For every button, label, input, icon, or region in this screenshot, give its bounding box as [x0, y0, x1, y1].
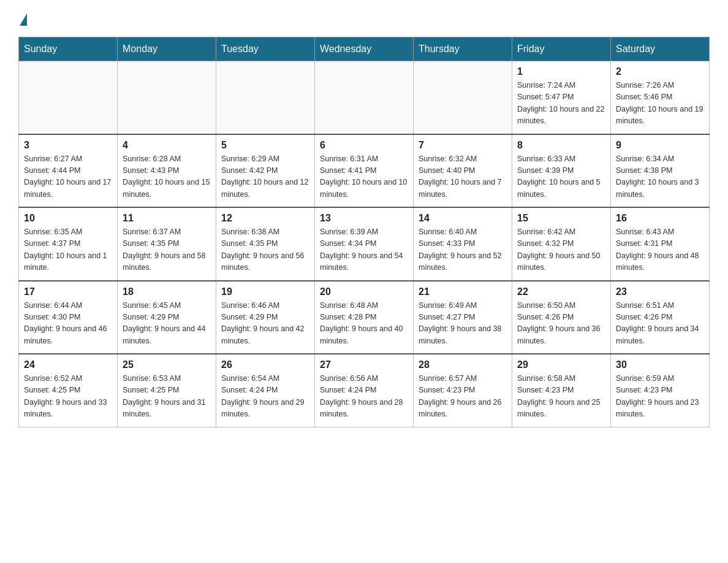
calendar-cell: 5Sunrise: 6:29 AM Sunset: 4:42 PM Daylig…: [216, 134, 315, 208]
calendar-cell: [118, 61, 216, 134]
page-header: [18, 12, 710, 25]
calendar-cell: 29Sunrise: 6:58 AM Sunset: 4:23 PM Dayli…: [512, 354, 611, 427]
day-info: Sunrise: 6:46 AM Sunset: 4:29 PM Dayligh…: [221, 300, 309, 348]
day-info: Sunrise: 6:56 AM Sunset: 4:24 PM Dayligh…: [320, 373, 408, 421]
calendar-cell: 9Sunrise: 6:34 AM Sunset: 4:38 PM Daylig…: [611, 134, 710, 208]
calendar-cell: 21Sunrise: 6:49 AM Sunset: 4:27 PM Dayli…: [414, 281, 512, 354]
col-header-monday: Monday: [118, 37, 216, 61]
day-info: Sunrise: 6:53 AM Sunset: 4:25 PM Dayligh…: [123, 373, 211, 421]
calendar-cell: 30Sunrise: 6:59 AM Sunset: 4:23 PM Dayli…: [611, 354, 710, 427]
day-number: 15: [517, 213, 605, 224]
col-header-thursday: Thursday: [414, 37, 512, 61]
day-info: Sunrise: 6:43 AM Sunset: 4:31 PM Dayligh…: [616, 226, 704, 274]
day-number: 25: [123, 359, 211, 370]
day-number: 7: [419, 140, 507, 151]
day-info: Sunrise: 6:51 AM Sunset: 4:26 PM Dayligh…: [616, 300, 704, 348]
calendar-cell: 11Sunrise: 6:37 AM Sunset: 4:35 PM Dayli…: [118, 207, 216, 281]
day-info: Sunrise: 6:42 AM Sunset: 4:32 PM Dayligh…: [517, 226, 605, 274]
day-number: 4: [123, 140, 211, 151]
calendar-cell: 27Sunrise: 6:56 AM Sunset: 4:24 PM Dayli…: [315, 354, 414, 427]
day-info: Sunrise: 6:48 AM Sunset: 4:28 PM Dayligh…: [320, 300, 408, 348]
day-info: Sunrise: 6:59 AM Sunset: 4:23 PM Dayligh…: [616, 373, 704, 421]
day-info: Sunrise: 6:58 AM Sunset: 4:23 PM Dayligh…: [517, 373, 605, 421]
day-number: 6: [320, 140, 408, 151]
calendar-cell: 24Sunrise: 6:52 AM Sunset: 4:25 PM Dayli…: [19, 354, 118, 427]
day-number: 23: [616, 286, 704, 297]
day-info: Sunrise: 6:29 AM Sunset: 4:42 PM Dayligh…: [221, 153, 309, 201]
day-info: Sunrise: 7:26 AM Sunset: 5:46 PM Dayligh…: [616, 80, 704, 128]
day-number: 19: [221, 286, 309, 297]
col-header-sunday: Sunday: [19, 37, 118, 61]
day-number: 13: [320, 213, 408, 224]
day-info: Sunrise: 6:37 AM Sunset: 4:35 PM Dayligh…: [123, 226, 211, 274]
calendar-cell: 15Sunrise: 6:42 AM Sunset: 4:32 PM Dayli…: [512, 207, 611, 281]
calendar-cell: 4Sunrise: 6:28 AM Sunset: 4:43 PM Daylig…: [118, 134, 216, 208]
day-number: 17: [24, 286, 112, 297]
day-number: 5: [221, 140, 309, 151]
day-number: 22: [517, 286, 605, 297]
day-number: 30: [616, 359, 704, 370]
calendar-cell: 2Sunrise: 7:26 AM Sunset: 5:46 PM Daylig…: [611, 61, 710, 134]
day-number: 10: [24, 213, 112, 224]
day-number: 11: [123, 213, 211, 224]
day-number: 26: [221, 359, 309, 370]
day-info: Sunrise: 6:45 AM Sunset: 4:29 PM Dayligh…: [123, 300, 211, 348]
day-number: 27: [320, 359, 408, 370]
day-info: Sunrise: 6:38 AM Sunset: 4:35 PM Dayligh…: [221, 226, 309, 274]
day-number: 20: [320, 286, 408, 297]
logo-triangle-icon: [20, 13, 27, 26]
day-info: Sunrise: 6:27 AM Sunset: 4:44 PM Dayligh…: [24, 153, 112, 201]
day-info: Sunrise: 6:31 AM Sunset: 4:41 PM Dayligh…: [320, 153, 408, 201]
calendar-cell: 28Sunrise: 6:57 AM Sunset: 4:23 PM Dayli…: [414, 354, 512, 427]
day-number: 14: [419, 213, 507, 224]
calendar-cell: [19, 61, 118, 134]
day-number: 2: [616, 66, 704, 77]
day-info: Sunrise: 6:34 AM Sunset: 4:38 PM Dayligh…: [616, 153, 704, 201]
calendar-cell: 12Sunrise: 6:38 AM Sunset: 4:35 PM Dayli…: [216, 207, 315, 281]
day-number: 12: [221, 213, 309, 224]
calendar-table: SundayMondayTuesdayWednesdayThursdayFrid…: [18, 37, 710, 427]
calendar-cell: 22Sunrise: 6:50 AM Sunset: 4:26 PM Dayli…: [512, 281, 611, 354]
calendar-cell: [216, 61, 315, 134]
day-number: 8: [517, 140, 605, 151]
col-header-saturday: Saturday: [611, 37, 710, 61]
calendar-cell: 20Sunrise: 6:48 AM Sunset: 4:28 PM Dayli…: [315, 281, 414, 354]
calendar-cell: 23Sunrise: 6:51 AM Sunset: 4:26 PM Dayli…: [611, 281, 710, 354]
day-info: Sunrise: 6:54 AM Sunset: 4:24 PM Dayligh…: [221, 373, 309, 421]
col-header-wednesday: Wednesday: [315, 37, 414, 61]
calendar-cell: [414, 61, 512, 134]
day-number: 1: [517, 66, 605, 77]
calendar-cell: 6Sunrise: 6:31 AM Sunset: 4:41 PM Daylig…: [315, 134, 414, 208]
calendar-cell: [315, 61, 414, 134]
day-number: 16: [616, 213, 704, 224]
calendar-cell: 10Sunrise: 6:35 AM Sunset: 4:37 PM Dayli…: [19, 207, 118, 281]
calendar-cell: 16Sunrise: 6:43 AM Sunset: 4:31 PM Dayli…: [611, 207, 710, 281]
calendar-cell: 3Sunrise: 6:27 AM Sunset: 4:44 PM Daylig…: [19, 134, 118, 208]
calendar-cell: 18Sunrise: 6:45 AM Sunset: 4:29 PM Dayli…: [118, 281, 216, 354]
calendar-cell: 14Sunrise: 6:40 AM Sunset: 4:33 PM Dayli…: [414, 207, 512, 281]
day-number: 9: [616, 140, 704, 151]
day-number: 28: [419, 359, 507, 370]
day-info: Sunrise: 6:35 AM Sunset: 4:37 PM Dayligh…: [24, 226, 112, 274]
day-info: Sunrise: 7:24 AM Sunset: 5:47 PM Dayligh…: [517, 80, 605, 128]
day-number: 29: [517, 359, 605, 370]
logo: [18, 12, 28, 25]
calendar-cell: 17Sunrise: 6:44 AM Sunset: 4:30 PM Dayli…: [19, 281, 118, 354]
day-info: Sunrise: 6:40 AM Sunset: 4:33 PM Dayligh…: [419, 226, 507, 274]
col-header-friday: Friday: [512, 37, 611, 61]
day-info: Sunrise: 6:28 AM Sunset: 4:43 PM Dayligh…: [123, 153, 211, 201]
calendar-cell: 25Sunrise: 6:53 AM Sunset: 4:25 PM Dayli…: [118, 354, 216, 427]
day-number: 18: [123, 286, 211, 297]
calendar-cell: 8Sunrise: 6:33 AM Sunset: 4:39 PM Daylig…: [512, 134, 611, 208]
day-info: Sunrise: 6:33 AM Sunset: 4:39 PM Dayligh…: [517, 153, 605, 201]
calendar-cell: 1Sunrise: 7:24 AM Sunset: 5:47 PM Daylig…: [512, 61, 611, 134]
day-info: Sunrise: 6:49 AM Sunset: 4:27 PM Dayligh…: [419, 300, 507, 348]
day-info: Sunrise: 6:57 AM Sunset: 4:23 PM Dayligh…: [419, 373, 507, 421]
day-number: 3: [24, 140, 112, 151]
day-number: 24: [24, 359, 112, 370]
day-info: Sunrise: 6:39 AM Sunset: 4:34 PM Dayligh…: [320, 226, 408, 274]
calendar-cell: 19Sunrise: 6:46 AM Sunset: 4:29 PM Dayli…: [216, 281, 315, 354]
calendar-cell: 13Sunrise: 6:39 AM Sunset: 4:34 PM Dayli…: [315, 207, 414, 281]
col-header-tuesday: Tuesday: [216, 37, 315, 61]
day-info: Sunrise: 6:32 AM Sunset: 4:40 PM Dayligh…: [419, 153, 507, 201]
